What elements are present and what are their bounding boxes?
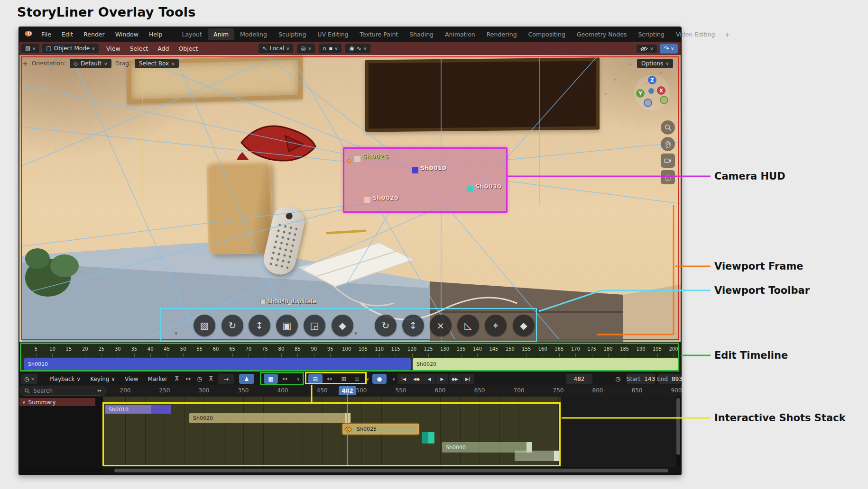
falloff-icon: ∿ — [357, 45, 361, 52]
pivot-icon: ◎ — [301, 45, 305, 52]
transform-orientation-dropdown[interactable]: ↖Local∨ — [259, 44, 293, 53]
storyliner-viewport-frame — [21, 56, 679, 340]
shot-strip-handle[interactable] — [554, 451, 560, 461]
pose-mode-toggle[interactable]: ♟ — [239, 374, 254, 384]
viewport-menu-select[interactable]: Select — [125, 43, 153, 54]
workspace-tab-modeling[interactable]: Modeling — [234, 28, 273, 40]
menu-help[interactable]: Help — [144, 29, 168, 40]
menu-file[interactable]: File — [36, 29, 56, 40]
viewport-menu-add[interactable]: Add — [153, 43, 174, 54]
auto-keying-record-button[interactable]: ● — [372, 374, 387, 384]
shots-dopesheet-area[interactable]: Sh0010Sh0020Sh0025Sh0040 — [103, 397, 561, 467]
horizontal-scrollbar-track[interactable] — [103, 467, 681, 474]
shot-strip[interactable] — [515, 451, 560, 461]
collapse-chevron-icon[interactable]: ∨ — [22, 400, 26, 405]
next-keyframe-button[interactable]: ◆▶ — [449, 374, 461, 384]
viewport-3d[interactable]: Sh0025Sh0010Sh0030Sh0020 Sh0040_duplicat… — [19, 55, 681, 342]
add-workspace-button[interactable]: + — [721, 30, 734, 39]
storyliner-camera-sync-toggle[interactable]: ▦ — [264, 374, 278, 384]
current-frame-field[interactable]: 482 — [566, 374, 592, 384]
proportional-edit-dropdown[interactable]: ◉∿∨ — [345, 44, 370, 53]
tick-mark — [477, 353, 478, 357]
edit-timeline-ruler[interactable]: 5101520253035404550556065707580859095100… — [20, 343, 680, 357]
edit-timeline-tick: 65 — [229, 346, 235, 352]
timeline-menu-keying[interactable]: Keying ∨ — [85, 374, 120, 384]
horizontal-scrollbar[interactable] — [114, 469, 668, 472]
workspace-tab-shading[interactable]: Shading — [404, 28, 439, 40]
workspace-tab-rendering[interactable]: Rendering — [481, 28, 523, 40]
play-reverse-button[interactable]: ◀ — [423, 374, 435, 384]
frame-end-field[interactable]: End893 — [658, 374, 681, 384]
grid-line — [283, 397, 283, 467]
jump-to-start-keyframe-icon[interactable]: ⊼ — [172, 375, 182, 382]
sync-range-icon[interactable]: ↔ — [280, 374, 290, 384]
timeline-tick: 550 — [396, 387, 406, 394]
layout-list-icon[interactable]: ≡ — [352, 374, 362, 384]
menu-window[interactable]: Window — [110, 29, 144, 40]
menu-edit[interactable]: Edit — [56, 29, 78, 40]
timeline-menu-marker[interactable]: Marker — [143, 374, 172, 384]
workspace-tab-animation[interactable]: Animation — [439, 28, 481, 40]
vertical-scrollbar[interactable] — [676, 398, 680, 455]
workspace-tab-uv-editing[interactable]: UV Editing — [312, 28, 354, 40]
edit-timeline-shot-sh0020[interactable]: Sh0020 — [413, 358, 678, 370]
channel-search-field[interactable]: Search ↔ — [20, 386, 106, 396]
pushdown-action-button[interactable]: → — [218, 374, 234, 384]
editor-type-dropdown[interactable]: ◷∨ — [21, 374, 37, 384]
shot-strip-sh0025[interactable]: Sh0025 — [342, 424, 419, 435]
timeline-tick: 400 — [277, 387, 288, 394]
jump-to-start-button[interactable]: |◀ — [397, 374, 410, 384]
workspace-tab-layout[interactable]: Layout — [176, 28, 208, 40]
frame-start-field[interactable]: Start143 — [626, 374, 656, 384]
filter-range-icon[interactable]: ↔ — [324, 374, 335, 384]
tick-mark — [575, 353, 576, 357]
workspace-tab-compositing[interactable]: Compositing — [523, 28, 571, 40]
menu-render[interactable]: Render — [78, 29, 110, 40]
prev-keyframe-button[interactable]: ◀◆ — [410, 374, 423, 384]
grid-line — [185, 397, 185, 467]
filter-dropdown-chevron[interactable]: ∨ — [362, 374, 373, 384]
split-view-icon[interactable]: ⊞ — [339, 374, 349, 384]
shot-strip-handle[interactable] — [345, 413, 351, 423]
playhead-line[interactable] — [347, 386, 348, 466]
keyframe-range-icon[interactable]: ↔ — [183, 375, 194, 382]
pivot-point-dropdown[interactable]: ◎∨ — [297, 44, 314, 53]
time-icon[interactable]: ◷ — [194, 375, 205, 382]
workspace-tab-geometry-nodes[interactable]: Geometry Nodes — [571, 28, 632, 40]
summary-channel[interactable]: ∨ Summary — [19, 398, 95, 406]
workspace-tab-video-editing[interactable]: Video Editing — [670, 28, 721, 40]
annotation-label-shots-stack: Interactive Shots Stack — [714, 412, 846, 424]
grid-line — [460, 397, 461, 467]
timeline-ruler[interactable]: Search ↔ 2002503003504004505005506006507… — [19, 385, 681, 397]
viewport-menu-view[interactable]: View — [102, 43, 125, 54]
edit-timeline-tick: 170 — [571, 346, 580, 352]
sync-dropdown-chevron[interactable]: ∨ — [293, 374, 304, 384]
snap-target-icon: ▪ — [329, 45, 332, 52]
jump-to-end-keyframe-icon[interactable]: ⊼ — [206, 375, 216, 382]
edit-timeline-shot-sh0010[interactable]: Sh0010 — [24, 358, 411, 370]
edit-timeline-strip[interactable]: 5101520253035404550556065707580859095100… — [19, 342, 681, 372]
mode-dropdown[interactable]: ▢Object Mode∨ — [42, 44, 99, 53]
active-tool-button[interactable]: ▧∨ — [21, 44, 39, 53]
workspace-tab-scripting[interactable]: Scripting — [632, 28, 670, 40]
shot-strip-sh0010[interactable]: Sh0010 — [105, 405, 171, 414]
tick-mark — [69, 353, 69, 357]
jump-to-end-button[interactable]: ▶| — [462, 374, 474, 384]
use-preview-range-icon[interactable]: ◷ — [613, 374, 623, 384]
play-button[interactable]: ▶ — [436, 374, 448, 384]
shots-filter-toggle[interactable]: ⊟ — [308, 374, 323, 384]
shot-strip[interactable] — [422, 432, 434, 444]
workspace-tab-sculpting[interactable]: Sculpting — [273, 28, 312, 40]
snap-dropdown[interactable]: ∩▪∨ — [319, 44, 342, 53]
show-gizmo-dropdown[interactable]: ∨ — [637, 45, 657, 53]
workspace-tab-texture-paint[interactable]: Texture Paint — [354, 28, 404, 40]
workspace-tab-anim[interactable]: Anim — [208, 28, 234, 40]
tick-mark — [118, 353, 118, 357]
edit-timeline-tick: 200 — [669, 346, 678, 352]
timeline-menu-view[interactable]: View — [120, 374, 143, 384]
timeline-menu-playback[interactable]: Playback ∨ — [45, 374, 85, 384]
gizmos-toggle[interactable]: ↷∨ — [660, 44, 678, 54]
shot-strip-sh0020[interactable]: Sh0020 — [189, 413, 351, 423]
filter-expand-icon[interactable]: ↔ — [97, 388, 102, 394]
viewport-menu-object[interactable]: Object — [174, 43, 203, 54]
